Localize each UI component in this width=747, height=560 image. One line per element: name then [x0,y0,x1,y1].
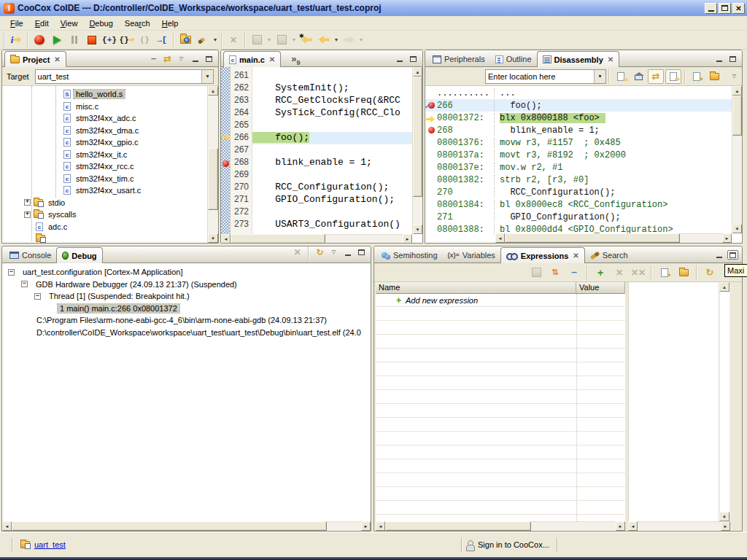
scroll-up-icon[interactable]: ▲ [413,67,422,77]
project-status-link[interactable]: uart_test [34,540,66,549]
tab-expressions[interactable]: Expressions ✕ [500,247,585,263]
detail-hscrollbar[interactable]: ◄ ► [628,521,730,531]
sync-with-source-icon[interactable]: ⇄ [648,69,664,84]
tree-item-rcc[interactable]: cstm32f4xx_rcc.c [2,160,218,173]
scroll-thumb[interactable] [231,234,325,244]
pin-view-icon[interactable] [706,69,722,84]
title-bar[interactable]: I CooCox CoIDE --- D:/controller/CoIDE_W… [0,0,747,16]
scroll-down-icon[interactable]: ▼ [732,224,742,233]
menu-debug[interactable]: Debug [83,18,118,29]
add-new-expression-row[interactable]: + Add new expression [376,294,625,307]
maximize-view-icon[interactable] [204,54,214,63]
tree-item-usart[interactable]: cstm32f4xx_usart.c [2,184,218,197]
tab-search[interactable]: Search [585,248,633,262]
maximize-view-icon[interactable] [356,248,367,257]
refresh-icon[interactable]: ↻ [702,265,718,280]
minimize-view-icon[interactable] [190,54,201,63]
tab-console[interactable]: Console [4,248,56,262]
disassembly-content[interactable]: ............. ✓266 foo(); 08001372:blx 0… [425,86,742,243]
tab-disassembly[interactable]: Disassembly ✕ [537,51,620,67]
step-over-icon[interactable]: {+} [101,32,118,48]
debug-thread-item[interactable]: −Thread [1] (Suspended: Breakpoint hit.) [2,290,371,303]
scroll-right-icon[interactable]: ► [403,234,412,244]
scroll-left-icon[interactable]: ◄ [2,521,12,531]
tab-semihosting[interactable]: Semihosting [376,248,443,262]
toolbar-overflow-icon[interactable]: ▽ [729,71,740,81]
menu-file[interactable]: File [4,18,29,29]
new-view-icon[interactable]: ✦ [689,69,705,84]
editor-content[interactable]: 261262 263264 265266 267268 269270 27127… [221,67,422,244]
tree-item-tim[interactable]: cstm32f4xx_tim.c [2,173,218,185]
line-number-ruler[interactable]: 261262 263264 265266 267268 269270 27127… [231,67,252,234]
scroll-thumb[interactable] [413,77,422,197]
tree-item-it[interactable]: cstm32f4xx_it.c [2,149,218,161]
target-combobox[interactable]: uart_test ▼ [35,69,214,84]
tree-item-adc[interactable]: cstm32f4xx_adc.c [2,112,218,125]
tab-outline[interactable]: Outline [490,52,537,66]
scroll-thumb[interactable] [385,521,531,531]
tab-debug[interactable]: Debug [56,247,102,263]
scroll-left-icon[interactable]: ◄ [495,233,505,243]
flash-download-icon[interactable] [194,32,212,48]
tab-main-c[interactable]: c main.c ✕ [223,51,281,67]
tree-item-syscalls[interactable]: +syscalls [2,209,218,221]
debug-launch-item[interactable]: −uart_test.configuration [Cortex-M Appli… [2,266,371,279]
collapse-icon[interactable]: − [34,293,41,300]
debug-hscrollbar[interactable]: ◄ ► [2,521,371,531]
stop-icon[interactable] [83,32,101,48]
hidden-editors-chevron[interactable]: »9 [291,53,300,66]
pause-icon[interactable] [66,32,83,48]
resume-icon[interactable] [48,32,66,48]
scroll-down-icon[interactable]: ▼ [719,512,729,521]
scroll-thumb[interactable] [12,521,327,531]
editor-vscrollbar[interactable]: ▲ ▼ [412,67,422,234]
layout-icon[interactable]: ⇅ [547,265,563,280]
scroll-left-icon[interactable]: ◄ [628,521,638,531]
close-icon[interactable]: ✕ [608,55,614,63]
maximize-view-icon[interactable] [408,54,419,63]
tree-item-misc[interactable]: cmisc.c [2,101,218,113]
combo-dropdown-icon[interactable]: ▼ [594,70,605,83]
scroll-left-icon[interactable]: ◄ [376,521,385,531]
scroll-thumb[interactable] [505,233,680,243]
menu-edit[interactable]: Edit [29,18,55,29]
scroll-right-icon[interactable]: ► [361,521,371,531]
back-icon[interactable] [315,32,333,48]
refresh-icon[interactable]: ↻ [314,248,325,257]
close-icon[interactable]: ✕ [54,55,60,63]
view-menu-icon[interactable]: ▽ [328,248,339,257]
debug-gdb-item[interactable]: C:\Program Files\arm-none-eabi-gcc-4_6\b… [2,314,371,327]
menu-view[interactable]: View [55,18,84,29]
minimize-view-icon[interactable] [342,248,353,257]
home-icon[interactable] [630,69,646,84]
step-instruction-icon[interactable]: →[ [153,32,171,48]
scroll-thumb[interactable] [208,148,218,210]
tab-peripherals[interactable]: Peripherals [427,52,490,66]
instruction-pointer-icon[interactable] [221,134,230,141]
back-history-dropdown-icon[interactable]: ▼ [333,37,340,42]
step-out-icon[interactable]: (} [136,32,153,48]
tree-item-hello-world[interactable]: Shello_world.s [2,88,218,101]
menu-search[interactable]: Search [119,18,156,29]
tab-variables[interactable]: (x)= Variables [443,248,500,262]
minimize-view-icon[interactable] [713,54,724,63]
step-into-icon[interactable]: {} [118,32,136,48]
expand-icon[interactable]: + [24,211,31,218]
code-area[interactable]: SystemInit(); RCC_GetClocksFreq(&RCC Sys… [252,67,412,234]
expressions-table[interactable]: Name Value + Add new expression [376,282,625,521]
annotation-ruler[interactable] [221,67,231,234]
scroll-down-icon[interactable]: ▼ [413,225,422,234]
column-divider[interactable] [576,294,577,521]
show-instruction-pointer-icon[interactable]: i [7,32,25,48]
last-edit-location-icon[interactable]: ✱ [298,32,315,48]
scroll-thumb[interactable] [732,96,742,136]
column-header-name[interactable]: Name [376,282,576,294]
scroll-down-icon[interactable]: ▼ [208,233,218,243]
open-project-icon[interactable] [177,32,194,48]
detail-vscrollbar[interactable]: ▲ ▼ [719,282,730,521]
collapse-icon[interactable]: − [21,281,28,287]
disassembly-vscrollbar[interactable]: ▲ ▼ [732,86,742,233]
debug-elf-item[interactable]: D:\controller\CoIDE_Workspace\workspace\… [2,327,371,339]
project-vscrollbar[interactable]: ▲ ▼ [207,86,218,243]
signin-link[interactable]: Sign in to CooCox... [478,540,549,549]
